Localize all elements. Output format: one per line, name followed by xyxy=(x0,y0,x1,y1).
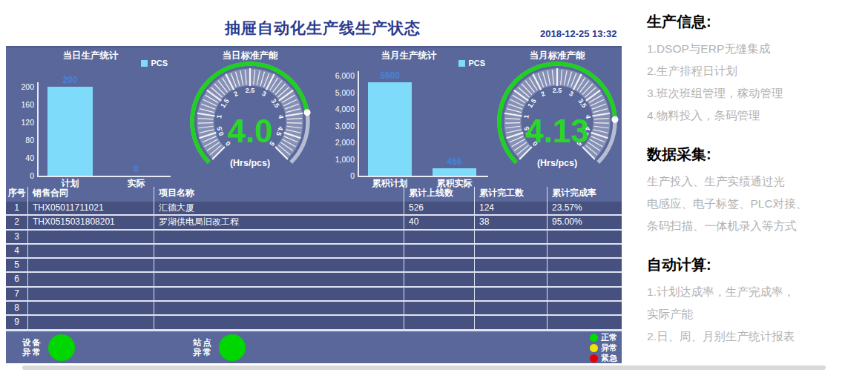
alarm-legend-item: 正常 xyxy=(590,332,617,342)
table-cell: 7 xyxy=(6,288,28,302)
table-cell xyxy=(28,231,154,245)
bar-value-label: 466 xyxy=(447,156,461,167)
y-axis-tick-label: 80 xyxy=(9,136,34,145)
alarm-legend-dot-icon xyxy=(590,354,598,363)
alarm-legend-item: 异常 xyxy=(590,342,617,353)
horizontal-scrollbar[interactable] xyxy=(22,365,826,370)
table-cell xyxy=(475,288,548,302)
info-section: 自动计算:1.计划达成率，生产完成率，实际产能2.日、周、月别生产统计报表 xyxy=(647,255,864,348)
y-axis-tick-label: 4,000 xyxy=(329,105,355,113)
daily-capacity-gauge: 当日标准产能00.511.522.533.544.554.0(Hrs/pcs) xyxy=(175,47,325,187)
gauge-tick-label: 2.5 xyxy=(553,87,562,94)
legend-label: PCS xyxy=(151,59,168,67)
table-header-cell: 累计完成率 xyxy=(548,187,622,202)
gauge-tick-label: 1 xyxy=(215,114,223,119)
y-axis-tick-label: 1,000 xyxy=(329,155,355,164)
legend-swatch-icon xyxy=(141,60,148,67)
table-cell xyxy=(548,316,622,330)
table-cell xyxy=(154,245,404,259)
table-cell xyxy=(404,245,475,259)
table-cell xyxy=(548,259,622,273)
table-cell: 罗湖供电局旧改工程 xyxy=(154,216,404,230)
x-axis-line xyxy=(37,176,171,177)
y-axis-line xyxy=(37,82,39,176)
device-status: 设备 异常 xyxy=(22,334,75,361)
table-cell xyxy=(404,288,475,302)
info-section-heading: 自动计算: xyxy=(647,255,864,275)
table-cell: 526 xyxy=(404,202,475,216)
gauge-value: 4.13 xyxy=(525,113,589,149)
info-line: 1.计划达成率，生产完成率， xyxy=(647,281,864,303)
production-dashboard-panel: 当日生产统计PCS04080120160200200计划0实际 当日标准产能00… xyxy=(6,46,622,363)
table-row: 6 xyxy=(6,273,622,287)
gauge-pointer-dot xyxy=(304,109,311,116)
table-cell: 1 xyxy=(6,202,28,216)
y-axis-tick-label: 160 xyxy=(9,100,34,109)
table-row: 2THX0515031808201罗湖供电局旧改工程403895.00% xyxy=(6,216,622,230)
gauge-tick-label: 0.5 xyxy=(215,125,225,136)
table-cell: 124 xyxy=(475,202,548,216)
table-cell xyxy=(548,288,622,302)
gauge-value: 4.0 xyxy=(227,113,272,149)
table-header-cell: 销售合同 xyxy=(28,187,154,202)
station-status-label-line1: 站点 xyxy=(193,338,213,348)
y-axis-tick-label: 0 xyxy=(329,171,355,180)
table-cell xyxy=(475,245,548,259)
gauge-tick-label: 2 xyxy=(232,90,239,98)
table-cell xyxy=(28,245,154,259)
table-cell xyxy=(28,316,154,330)
gauge-unit-label: (Hrs/pcs) xyxy=(230,158,270,168)
y-axis-tick-label: 120 xyxy=(9,118,34,127)
y-axis-tick-label: 40 xyxy=(9,153,34,162)
gauge-tick-label: 3 xyxy=(568,90,575,98)
station-status-indicator xyxy=(219,334,246,361)
info-panel: 生产信息:1.DSOP与ERP无缝集成2.生产排程日计划3.班次班组管理，稼动管… xyxy=(647,12,864,365)
info-line: 实际产能 xyxy=(647,303,864,325)
table-cell xyxy=(548,302,622,316)
table-cell xyxy=(404,302,475,316)
alarm-legend-dot-icon xyxy=(590,334,598,342)
y-axis-tick-label: 200 xyxy=(9,82,34,91)
info-line: 1.DSOP与ERP无缝集成 xyxy=(647,38,864,60)
table-cell: 38 xyxy=(475,216,548,230)
y-axis-tick-label: 2,000 xyxy=(329,138,355,147)
table-cell: 汇德大厦 xyxy=(154,202,404,216)
table-row: 9 xyxy=(6,316,622,330)
table-cell: THX05011711021 xyxy=(28,202,154,216)
table-cell xyxy=(28,259,154,273)
gauge-pointer-dot xyxy=(611,116,618,123)
device-status-label-line1: 设备 xyxy=(22,338,42,348)
table-cell: 5 xyxy=(6,259,28,273)
table-header-cell: 项目名称 xyxy=(154,187,404,202)
monthly-production-bar-chart: 当月生产统计PCS01,0002,0003,0004,0005,0006,000… xyxy=(325,47,493,187)
datetime-display: 2018-12-25 13:32 xyxy=(540,28,629,39)
page-title: 抽屉自动化生产线生产状态 xyxy=(122,18,523,39)
orders-table: 序号销售合同项目名称累计上线数累计完工数累计完成率1THX05011711021… xyxy=(6,187,622,331)
info-section-heading: 生产信息: xyxy=(647,12,864,32)
status-bar: 设备 异常 站点 异常 正常异常紧急 xyxy=(6,330,622,363)
station-status-label-line2: 异常 xyxy=(193,348,213,357)
device-status-label: 设备 异常 xyxy=(22,338,42,357)
table-cell xyxy=(154,316,404,330)
bar-value-label: 200 xyxy=(62,75,77,85)
gauge-svg: 00.511.522.533.544.554.13(Hrs/pcs) xyxy=(493,47,622,187)
table-row: 7 xyxy=(6,288,622,302)
gauge-unit-label: (Hrs/pcs) xyxy=(537,158,577,168)
table-cell: 2 xyxy=(6,216,28,230)
device-status-indicator xyxy=(48,334,75,361)
table-cell xyxy=(154,259,404,273)
station-status: 站点 异常 xyxy=(193,334,246,361)
chart-legend: PCS xyxy=(141,59,168,67)
table-header-cell: 累计完工数 xyxy=(475,187,548,202)
bar xyxy=(47,87,93,176)
table-cell: 6 xyxy=(6,273,28,287)
bar xyxy=(368,82,412,176)
info-section: 生产信息:1.DSOP与ERP无缝集成2.生产排程日计划3.班次班组管理，稼动管… xyxy=(647,12,864,127)
table-cell xyxy=(548,231,622,245)
table-cell xyxy=(28,273,154,287)
legend-swatch-icon xyxy=(458,60,465,67)
info-line: 3.班次班组管理，稼动管理 xyxy=(647,82,864,105)
table-cell xyxy=(28,302,154,316)
gauge-svg: 00.511.522.533.544.554.0(Hrs/pcs) xyxy=(175,47,325,187)
y-axis-tick-label: 5,000 xyxy=(329,88,355,97)
